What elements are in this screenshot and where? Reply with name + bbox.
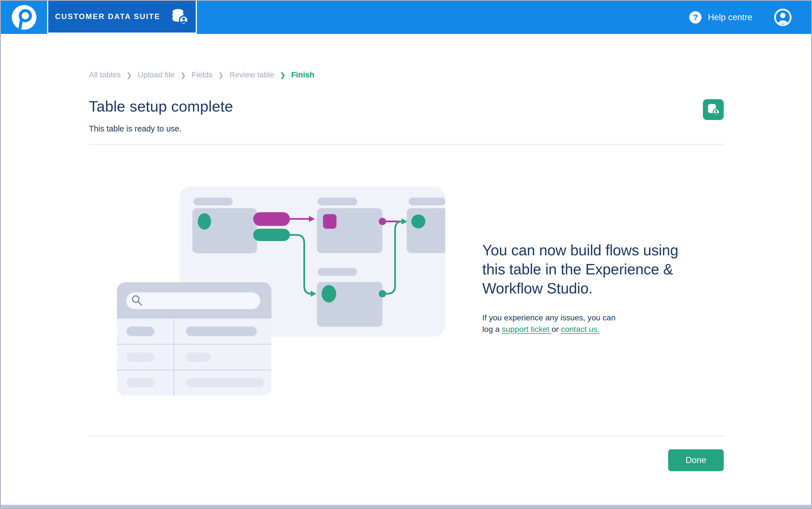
- search-field-illustration: [126, 292, 260, 309]
- breadcrumb-review-table[interactable]: Review table: [229, 70, 274, 79]
- table-database-user-icon: [703, 99, 724, 120]
- product-title: CUSTOMER DATA SUITE: [55, 12, 160, 21]
- breadcrumb-upload-file[interactable]: Upload file: [138, 70, 175, 79]
- body-line-1: If you experience any issues, you can: [482, 312, 715, 324]
- topbar-right-group: ? Help centre: [689, 1, 811, 34]
- window-bottom-edge: [1, 505, 811, 508]
- headline-line-2: this table in the Experience &: [482, 260, 715, 279]
- help-centre-button[interactable]: ? Help centre: [689, 11, 752, 24]
- help-centre-label: Help centre: [708, 12, 752, 23]
- body-line-2-middle: or: [551, 325, 561, 334]
- company-logo[interactable]: [1, 1, 47, 34]
- body-line-2: log a support ticket or contact us.: [482, 324, 715, 335]
- breadcrumb-fields[interactable]: Fields: [192, 70, 212, 79]
- database-user-icon: [170, 8, 189, 26]
- question-circle-icon: ?: [689, 11, 702, 24]
- page-title: Table setup complete: [89, 98, 233, 115]
- top-navigation-bar: CUSTOMER DATA SUITE ? Help centre: [1, 1, 811, 34]
- chevron-right-icon: ❯: [180, 71, 186, 79]
- divider-top: [89, 144, 724, 145]
- headline-line-1: You can now build flows using: [482, 241, 715, 260]
- success-message: You can now build flows using this table…: [482, 241, 715, 335]
- breadcrumb-finish: Finish: [291, 70, 314, 79]
- divider-bottom: [89, 436, 724, 436]
- product-switcher[interactable]: CUSTOMER DATA SUITE: [47, 1, 197, 34]
- chevron-right-icon: ❯: [127, 71, 132, 79]
- flow-builder-illustration: [107, 180, 455, 404]
- user-avatar-icon[interactable]: [774, 8, 792, 27]
- headline-line-3: Workflow Studio.: [482, 279, 715, 298]
- done-button[interactable]: Done: [668, 449, 724, 471]
- page-subtitle: This table is ready to use.: [89, 124, 181, 133]
- body-line-2-prefix: log a: [482, 325, 502, 334]
- app-window: CUSTOMER DATA SUITE ? Help centre: [0, 0, 812, 509]
- contact-us-link[interactable]: contact us.: [561, 325, 600, 334]
- chevron-right-icon-green: ❯: [280, 71, 285, 79]
- chevron-right-icon: ❯: [218, 71, 224, 79]
- breadcrumb-all-tables[interactable]: All tables: [89, 70, 121, 79]
- message-headline: You can now build flows using this table…: [482, 241, 715, 298]
- support-ticket-link[interactable]: support ticket: [502, 325, 551, 334]
- breadcrumb: All tables ❯ Upload file ❯ Fields ❯ Revi…: [89, 70, 314, 79]
- question-glyph: ?: [693, 13, 698, 22]
- message-body: If you experience any issues, you can lo…: [482, 312, 715, 335]
- p-logo-icon: [11, 4, 37, 30]
